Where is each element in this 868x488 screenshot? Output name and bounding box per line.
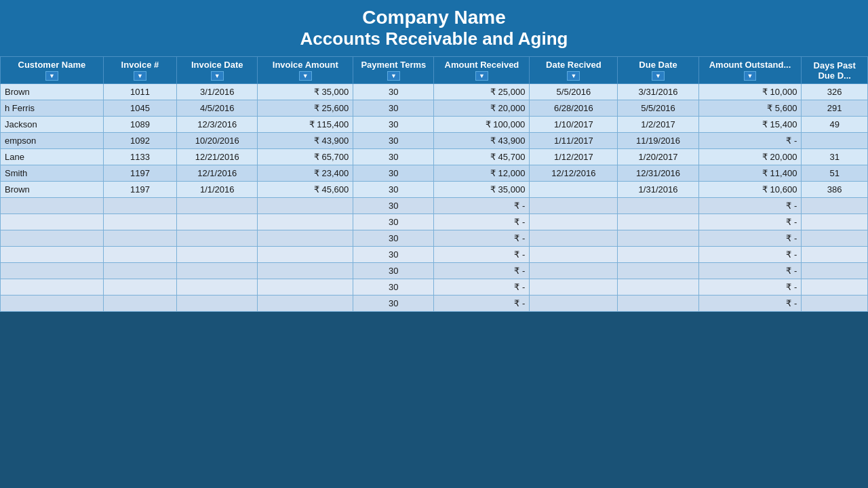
cell-invoice_date: 12/3/2016 (177, 117, 258, 133)
cell-invoice_date: 12/21/2016 (177, 149, 258, 165)
cell-invoice_amount: ₹ 25,600 (258, 100, 353, 117)
cell-amount_received: ₹ 43,900 (434, 133, 530, 149)
col-header-payment-terms: Payment Terms ▼ (353, 57, 434, 84)
table-row: 30₹ -₹ - (1, 230, 868, 247)
cell-invoice_num: 1089 (103, 117, 176, 133)
date-received-dropdown[interactable]: ▼ (567, 71, 580, 81)
cell-date_received: 12/12/2016 (530, 165, 618, 182)
cell-customer: Smith (1, 165, 104, 182)
col-header-date-received: Date Recived ▼ (530, 57, 618, 84)
cell-customer: Jackson (1, 117, 104, 133)
cell-invoice_date: 12/1/2016 (177, 165, 258, 182)
cell-amount_outstanding: ₹ 5,600 (698, 100, 802, 117)
cell-date_received (530, 263, 618, 279)
table-row: 30₹ -₹ - (1, 198, 868, 214)
cell-amount_received: ₹ 25,000 (434, 84, 530, 100)
cell-days_past_due: 31 (802, 149, 868, 165)
cell-invoice_num: 1197 (103, 165, 176, 182)
invoice-amount-dropdown[interactable]: ▼ (299, 71, 312, 81)
cell-payment_terms: 30 (353, 84, 434, 100)
col-header-customer: Customer Name ▼ (1, 57, 104, 84)
cell-amount_outstanding: ₹ - (698, 214, 802, 230)
cell-due_date (618, 198, 698, 214)
cell-days_past_due: 291 (802, 100, 868, 117)
cell-invoice_num: 1092 (103, 133, 176, 149)
cell-amount_received: ₹ - (434, 263, 530, 279)
payment-terms-dropdown[interactable]: ▼ (387, 71, 400, 81)
cell-payment_terms: 30 (353, 214, 434, 230)
cell-amount_received: ₹ 100,000 (434, 117, 530, 133)
cell-invoice_date (177, 230, 258, 247)
cell-customer (1, 247, 104, 263)
cell-payment_terms: 30 (353, 279, 434, 296)
cell-date_received: 1/10/2017 (530, 117, 618, 133)
cell-payment_terms: 30 (353, 182, 434, 198)
invoice-date-dropdown[interactable]: ▼ (211, 71, 224, 81)
cell-date_received: 6/28/2016 (530, 100, 618, 117)
cell-customer: Brown (1, 182, 104, 198)
cell-amount_outstanding: ₹ 10,600 (698, 182, 802, 198)
cell-invoice_date (177, 198, 258, 214)
cell-amount_received: ₹ - (434, 230, 530, 247)
amount-received-dropdown[interactable]: ▼ (475, 71, 488, 81)
cell-amount_outstanding: ₹ - (698, 279, 802, 296)
cell-customer: h Ferris (1, 100, 104, 117)
cell-date_received (530, 279, 618, 296)
cell-invoice_date: 3/1/2016 (177, 84, 258, 100)
cell-amount_received: ₹ - (434, 214, 530, 230)
cell-invoice_date: 4/5/2016 (177, 100, 258, 117)
cell-due_date: 3/31/2016 (618, 84, 698, 100)
table-row: h Ferris10454/5/2016₹ 25,60030₹ 20,0006/… (1, 100, 868, 117)
customer-dropdown[interactable]: ▼ (45, 71, 58, 81)
invoice-num-dropdown[interactable]: ▼ (134, 71, 146, 81)
cell-days_past_due: 49 (802, 117, 868, 133)
table-row: Brown10113/1/2016₹ 35,00030₹ 25,0005/5/2… (1, 84, 868, 100)
col-header-amount-outstanding: Amount Outstand... ▼ (698, 57, 802, 84)
cell-amount_received: ₹ - (434, 296, 530, 312)
cell-invoice_amount: ₹ 65,700 (258, 149, 353, 165)
cell-due_date: 12/31/2016 (618, 165, 698, 182)
due-date-dropdown[interactable]: ▼ (652, 71, 665, 81)
cell-days_past_due (802, 133, 868, 149)
cell-days_past_due (802, 230, 868, 247)
table-row: 30₹ -₹ - (1, 296, 868, 312)
cell-date_received (530, 247, 618, 263)
cell-date_received: 1/11/2017 (530, 133, 618, 149)
cell-invoice_num: 1011 (103, 84, 176, 100)
cell-amount_outstanding: ₹ 10,000 (698, 84, 802, 100)
cell-amount_received: ₹ - (434, 247, 530, 263)
cell-payment_terms: 30 (353, 263, 434, 279)
cell-date_received (530, 182, 618, 198)
report-title: Accounts Receivable and Aging (0, 28, 868, 54)
cell-amount_received: ₹ 35,000 (434, 182, 530, 198)
cell-payment_terms: 30 (353, 149, 434, 165)
cell-days_past_due (802, 247, 868, 263)
cell-customer: Lane (1, 149, 104, 165)
table-row: Lane113312/21/2016₹ 65,70030₹ 45,7001/12… (1, 149, 868, 165)
cell-payment_terms: 30 (353, 165, 434, 182)
cell-customer (1, 214, 104, 230)
cell-invoice_date: 10/20/2016 (177, 133, 258, 149)
cell-amount_outstanding: ₹ 15,400 (698, 117, 802, 133)
table-row: 30₹ -₹ - (1, 263, 868, 279)
cell-amount_outstanding: ₹ - (698, 247, 802, 263)
cell-invoice_date (177, 263, 258, 279)
accounts-table: Customer Name ▼ Invoice # ▼ Invoice Date… (0, 56, 868, 312)
cell-date_received (530, 214, 618, 230)
cell-invoice_amount (258, 214, 353, 230)
cell-days_past_due: 386 (802, 182, 868, 198)
cell-invoice_num: 1133 (103, 149, 176, 165)
cell-payment_terms: 30 (353, 133, 434, 149)
cell-amount_outstanding: ₹ - (698, 296, 802, 312)
cell-invoice_amount (258, 230, 353, 247)
cell-invoice_date (177, 247, 258, 263)
cell-due_date (618, 296, 698, 312)
cell-invoice_amount: ₹ 43,900 (258, 133, 353, 149)
amount-outstanding-dropdown[interactable]: ▼ (744, 71, 757, 81)
cell-customer: empson (1, 133, 104, 149)
cell-invoice_num: 1197 (103, 182, 176, 198)
cell-invoice_date (177, 279, 258, 296)
cell-date_received (530, 230, 618, 247)
cell-invoice_amount (258, 247, 353, 263)
cell-customer (1, 263, 104, 279)
